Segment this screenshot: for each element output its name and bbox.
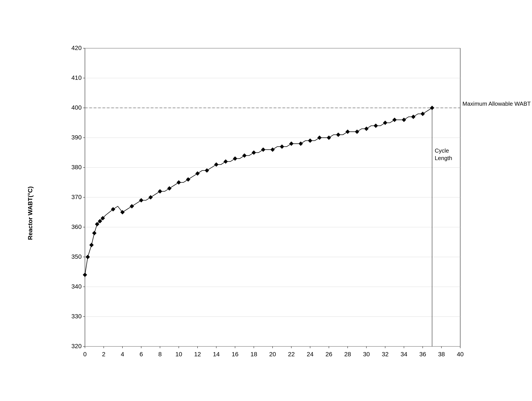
svg-text:22: 22 <box>288 351 295 358</box>
svg-text:8: 8 <box>158 351 162 358</box>
svg-text:18: 18 <box>250 351 257 358</box>
svg-rect-0 <box>59 39 508 368</box>
svg-text:34: 34 <box>400 351 407 358</box>
svg-text:26: 26 <box>325 351 332 358</box>
svg-text:10: 10 <box>175 351 182 358</box>
y-axis-label: Reactor WABT(°C) <box>27 186 34 240</box>
chart-area: 3203303403503603703803904004104200246810… <box>25 23 507 385</box>
svg-text:410: 410 <box>71 74 82 81</box>
svg-text:330: 330 <box>71 313 82 320</box>
svg-text:24: 24 <box>307 351 313 358</box>
svg-text:20: 20 <box>269 351 276 358</box>
svg-text:28: 28 <box>344 351 351 358</box>
svg-text:390: 390 <box>71 134 82 141</box>
svg-text:360: 360 <box>71 223 82 230</box>
svg-text:6: 6 <box>139 351 143 358</box>
svg-text:32: 32 <box>382 351 388 358</box>
svg-text:0: 0 <box>83 351 87 358</box>
svg-text:40: 40 <box>457 351 463 358</box>
svg-text:Length: Length <box>435 155 452 161</box>
svg-text:36: 36 <box>419 351 426 358</box>
svg-text:16: 16 <box>232 351 238 358</box>
chart-container: 3203303403503603703803904004104200246810… <box>25 14 507 387</box>
svg-text:2: 2 <box>102 351 106 358</box>
svg-text:12: 12 <box>194 351 201 358</box>
svg-text:4: 4 <box>121 351 124 358</box>
svg-text:Maximum Allowable WABT: Maximum Allowable WABT <box>462 100 531 107</box>
svg-text:340: 340 <box>71 283 82 290</box>
svg-text:400: 400 <box>71 104 82 111</box>
svg-text:370: 370 <box>71 194 82 200</box>
svg-text:38: 38 <box>438 351 445 358</box>
svg-text:14: 14 <box>213 351 220 358</box>
svg-text:350: 350 <box>71 253 82 260</box>
chart-svg: 3203303403503603703803904004104200246810… <box>59 39 508 368</box>
svg-text:Cycle: Cycle <box>435 147 449 154</box>
svg-text:420: 420 <box>71 44 82 51</box>
svg-text:380: 380 <box>71 164 82 171</box>
svg-text:320: 320 <box>71 343 82 350</box>
svg-text:30: 30 <box>363 351 370 358</box>
